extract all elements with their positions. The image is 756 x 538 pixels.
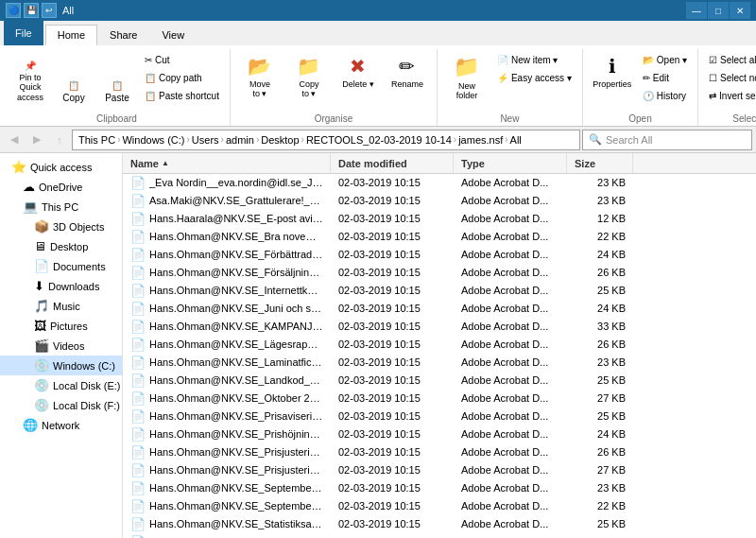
sidebar-item-pictures[interactable]: 🖼 Pictures bbox=[0, 316, 122, 336]
table-row[interactable]: 📄 Hans.Ohman@NKV.SE_September_30-9-... 0… bbox=[123, 497, 756, 515]
cut-button[interactable]: ✂ Cut bbox=[140, 51, 224, 68]
app-icon-2[interactable]: 💾 bbox=[24, 3, 39, 18]
table-row[interactable]: 📄 Hans.Ohman@NKV.SE_Internettkunderna_14… bbox=[123, 282, 756, 300]
edit-button[interactable]: ✏ Edit bbox=[638, 69, 692, 86]
minimize-button[interactable]: — bbox=[686, 2, 707, 19]
search-box[interactable]: 🔍 Search All bbox=[582, 130, 752, 150]
new-item-button[interactable]: 📄 New item ▾ bbox=[492, 51, 576, 68]
table-row[interactable]: 📄 Hans.Ohman@NKV.SE_September 2005_... 0… bbox=[123, 479, 756, 497]
table-row[interactable]: 📄 Hans.Ohman@NKV.SE_Förbättrad infor... … bbox=[123, 246, 756, 264]
sidebar-item-this-pc[interactable]: 💻 This PC bbox=[0, 197, 122, 217]
sidebar-item-3d-objects[interactable]: 📦 3D Objects bbox=[0, 217, 122, 236]
table-row[interactable]: 📄 Hans.Ohman@NKV.SE_Försäljning_1-12-...… bbox=[123, 264, 756, 282]
file-icon: 📄 bbox=[130, 266, 146, 280]
file-size: 24 KB bbox=[567, 248, 633, 261]
file-type: Adobe Acrobat D... bbox=[454, 212, 567, 225]
sidebar-item-quick-access[interactable]: ⭐ Quick access bbox=[0, 157, 122, 177]
file-size: 25 KB bbox=[567, 284, 633, 297]
sidebar-item-windows-c[interactable]: 💿 Windows (C:) bbox=[0, 356, 122, 375]
pin-quick-access-button[interactable]: 📌 Pin to Quickaccess bbox=[9, 51, 51, 106]
table-row[interactable]: 📄 Hans.Ohman@NKV.SE_Juni och senaste ...… bbox=[123, 300, 756, 318]
sidebar-item-local-f[interactable]: 💿 Local Disk (F:) bbox=[0, 395, 122, 415]
forward-button[interactable]: ▶ bbox=[26, 130, 47, 150]
sidebar-item-music[interactable]: 🎵 Music bbox=[0, 296, 122, 316]
col-header-date[interactable]: Date modified bbox=[331, 153, 454, 173]
table-row[interactable]: 📄 Hans.Ohman@NKV.SE_Torkpapper_15-1... 0… bbox=[123, 533, 756, 538]
rename-button[interactable]: ✏ Rename bbox=[384, 51, 431, 102]
sidebar-item-onedrive[interactable]: ☁ OneDrive bbox=[0, 177, 122, 197]
table-row[interactable]: 📄 Hans.Ohman@NKV.SE_Prisjustering Xero..… bbox=[123, 443, 756, 461]
table-row[interactable]: 📄 Hans.Haarala@NKV.SE_E-post avisering_.… bbox=[123, 210, 756, 228]
copy-path-button[interactable]: 📋 Copy path bbox=[140, 69, 224, 86]
address-path[interactable]: This PC › Windows (C:) › Users › admin ›… bbox=[72, 130, 580, 150]
col-header-size[interactable]: Size bbox=[567, 153, 633, 173]
invert-selection-button[interactable]: ⇄ Invert selection bbox=[704, 87, 756, 104]
properties-button[interactable]: ℹ Properties bbox=[589, 51, 636, 102]
sidebar-label-windows-c: Windows (C:) bbox=[53, 360, 115, 372]
file-size: 22 KB bbox=[567, 230, 633, 243]
table-row[interactable]: 📄 Hans.Ohman@NKV.SE_Landkod_900 oc... 02… bbox=[123, 372, 756, 390]
file-date: 02-03-2019 10:15 bbox=[331, 463, 454, 477]
copy-to-button[interactable]: 📁 Copyto ▾ bbox=[285, 51, 333, 102]
sidebar-item-documents[interactable]: 📄 Documents bbox=[0, 256, 122, 276]
file-type: Adobe Acrobat D... bbox=[454, 230, 567, 243]
select-none-button[interactable]: ☐ Select none bbox=[704, 69, 756, 86]
file-name-text: Hans.Ohman@NKV.SE_September_30-9-... bbox=[149, 500, 323, 512]
table-row[interactable]: 📄 Hans.Ohman@NKV.SE_Laminatfickor_21... … bbox=[123, 354, 756, 372]
tab-home[interactable]: Home bbox=[45, 25, 97, 45]
copy-button[interactable]: 📋 Copy bbox=[53, 51, 94, 106]
maximize-button[interactable]: □ bbox=[708, 2, 729, 19]
table-row[interactable]: 📄 Asa.Maki@NKV.SE_Grattulerare!_27-9-200… bbox=[123, 192, 756, 210]
table-row[interactable]: 📄 Hans.Ohman@NKV.SE_Prisjusteringar pe..… bbox=[123, 461, 756, 479]
sidebar-item-videos[interactable]: 🎬 Videos bbox=[0, 336, 122, 356]
sidebar-item-network[interactable]: 🌐 Network bbox=[0, 415, 122, 435]
app-icon-3[interactable]: ↩ bbox=[42, 3, 57, 18]
new-small-buttons: 📄 New item ▾ ⚡ Easy access ▾ bbox=[492, 51, 576, 101]
open-button[interactable]: 📂 Open ▾ bbox=[638, 51, 692, 68]
file-date: 02-03-2019 10:15 bbox=[331, 409, 454, 423]
file-type: Adobe Acrobat D... bbox=[454, 176, 567, 189]
sidebar-label-pictures: Pictures bbox=[50, 321, 88, 332]
table-row[interactable]: 📄 Hans.Ohman@NKV.SE_Lägesrapport 28 ... … bbox=[123, 336, 756, 354]
tab-share[interactable]: Share bbox=[97, 25, 149, 45]
up-button[interactable]: ↑ bbox=[49, 130, 70, 150]
move-to-button[interactable]: 📂 Moveto ▾ bbox=[236, 51, 284, 102]
easy-access-label: Easy access ▾ bbox=[511, 73, 572, 83]
file-name-text: Hans.Ohman@NKV.SE_Oktober 2005_4-1... bbox=[149, 392, 323, 404]
back-button[interactable]: ◀ bbox=[4, 130, 25, 150]
file-icon: 📄 bbox=[130, 535, 146, 539]
file-name-text: Hans.Ohman@NKV.SE_Försäljning_1-12-... bbox=[149, 267, 323, 278]
col-header-type[interactable]: Type bbox=[454, 153, 567, 173]
file-type: Adobe Acrobat D... bbox=[454, 427, 567, 441]
sidebar-item-downloads[interactable]: ⬇ Downloads bbox=[0, 276, 122, 296]
select-all-button[interactable]: ☑ Select all bbox=[704, 51, 756, 68]
file-name-text: Hans.Ohman@NKV.SE_Förbättrad infor... bbox=[149, 249, 323, 260]
file-icon: 📄 bbox=[130, 445, 146, 460]
table-row[interactable]: 📄 Hans.Ohman@NKV.SE_KAMPANJER SÄL... 02-… bbox=[123, 318, 756, 336]
table-row[interactable]: 📄 Hans.Ohman@NKV.SE_Prishöjningar_6-4-..… bbox=[123, 425, 756, 443]
select-small-buttons: ☑ Select all ☐ Select none ⇄ Invert sele… bbox=[704, 51, 756, 119]
file-date: 02-03-2019 10:15 bbox=[331, 338, 454, 351]
file-size: 27 KB bbox=[567, 391, 633, 405]
tab-view[interactable]: View bbox=[149, 25, 197, 45]
table-row[interactable]: 📄 _Eva Nordin__eva.nordin@idl.se_JÄTTE..… bbox=[123, 174, 756, 192]
table-row[interactable]: 📄 Hans.Ohman@NKV.SE_Oktober 2005_4-1... … bbox=[123, 390, 756, 408]
app-icon-1[interactable]: 🔵 bbox=[6, 3, 21, 18]
delete-button[interactable]: ✖ Delete ▾ bbox=[335, 51, 382, 102]
paste-button[interactable]: 📋 Paste bbox=[96, 51, 138, 106]
history-button[interactable]: 🕐 History bbox=[638, 87, 692, 104]
sidebar-item-local-e[interactable]: 💿 Local Disk (E:) bbox=[0, 375, 122, 395]
tab-file[interactable]: File bbox=[4, 21, 43, 45]
table-row[interactable]: 📄 Hans.Ohman@NKV.SE_Statistiksamman... 0… bbox=[123, 515, 756, 533]
sidebar-item-desktop[interactable]: 🖥 Desktop bbox=[0, 236, 122, 256]
table-row[interactable]: 📄 Hans.Ohman@NKV.SE_Bra november - t... … bbox=[123, 228, 756, 246]
file-size: 25 KB bbox=[567, 373, 633, 387]
col-header-name[interactable]: Name bbox=[123, 153, 331, 173]
easy-access-button[interactable]: ⚡ Easy access ▾ bbox=[492, 69, 576, 86]
table-row[interactable]: 📄 Hans.Ohman@NKV.SE_Prisavisering pap...… bbox=[123, 408, 756, 425]
new-folder-button[interactable]: 📁 Newfolder bbox=[443, 51, 490, 102]
path-sep-1: › bbox=[117, 134, 120, 145]
paste-shortcut-button[interactable]: 📋 Paste shortcut bbox=[140, 87, 224, 104]
path-sep-2: › bbox=[186, 134, 189, 145]
close-button[interactable]: ✕ bbox=[730, 2, 750, 19]
